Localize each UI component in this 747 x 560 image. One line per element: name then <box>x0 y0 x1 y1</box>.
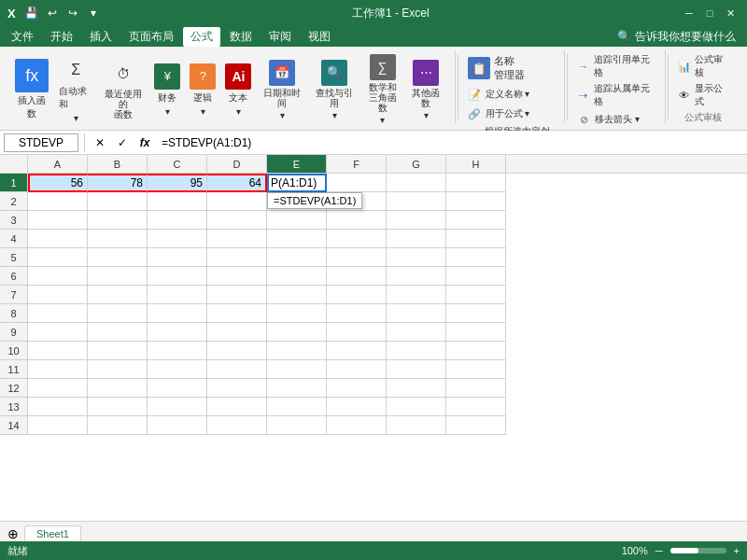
cell-d8[interactable] <box>207 304 267 323</box>
col-header-e[interactable]: E <box>267 155 327 174</box>
cell-e1[interactable]: P(A1:D1) =STDEVP(A1:D1) <box>267 174 327 192</box>
cancel-formula-button[interactable]: ✕ <box>91 133 109 152</box>
cell-c5[interactable] <box>148 248 207 267</box>
cell-b13[interactable] <box>88 398 148 416</box>
sheet-tab-sheet1[interactable]: Sheet1 <box>24 525 81 541</box>
cell-h11[interactable] <box>446 360 506 379</box>
cell-f3[interactable] <box>327 211 387 230</box>
cell-g10[interactable] <box>387 342 446 360</box>
cell-c8[interactable] <box>148 304 207 323</box>
minimize-button[interactable]: ─ <box>680 4 698 22</box>
col-header-h[interactable]: H <box>446 155 506 174</box>
cell-b2[interactable] <box>88 192 148 211</box>
cell-h7[interactable] <box>446 286 506 304</box>
zoom-in-icon[interactable]: + <box>734 545 740 556</box>
math-button[interactable]: ∑ 数学和三角函数 ▾ <box>361 52 403 127</box>
col-header-c[interactable]: C <box>148 155 207 174</box>
menu-search[interactable]: 🔍 告诉我你想要做什么 <box>610 27 743 47</box>
cell-h12[interactable] <box>446 379 506 398</box>
cell-b7[interactable] <box>88 286 148 304</box>
trace-dependents-button[interactable]: ⇢ 追踪从属单元格 <box>573 81 657 109</box>
cell-d6[interactable] <box>207 267 267 286</box>
cell-d7[interactable] <box>207 286 267 304</box>
confirm-formula-button[interactable]: ✓ <box>113 133 132 152</box>
cell-h1[interactable] <box>446 174 506 192</box>
show-formulas-button[interactable]: 👁 显示公式 <box>674 81 732 109</box>
cell-h3[interactable] <box>446 211 506 230</box>
cell-e5[interactable] <box>267 248 327 267</box>
more-functions-button[interactable]: ⋯ 其他函数 ▾ <box>405 58 447 122</box>
col-header-d[interactable]: D <box>207 155 267 174</box>
menu-formulas[interactable]: 公式 <box>183 27 220 47</box>
row-header-5[interactable]: 5 <box>0 248 28 267</box>
cell-b6[interactable] <box>88 267 148 286</box>
cell-f5[interactable] <box>327 248 387 267</box>
close-button[interactable]: ✕ <box>721 4 740 22</box>
insert-function-button[interactable]: fx 插入函数 <box>11 57 53 122</box>
row-header-14[interactable]: 14 <box>0 416 28 435</box>
cell-a6[interactable] <box>28 267 88 286</box>
save-button[interactable]: 💾 <box>23 5 40 21</box>
insert-function-bar-button[interactable]: fx <box>135 133 154 152</box>
row-header-7[interactable]: 7 <box>0 286 28 304</box>
cell-b5[interactable] <box>88 248 148 267</box>
name-manager-button[interactable]: 📋 名称管理器 <box>464 52 529 84</box>
cell-e14[interactable] <box>267 416 327 435</box>
add-sheet-button[interactable]: ⊕ <box>4 526 22 541</box>
cell-b1[interactable]: 78 <box>88 174 148 192</box>
cell-d11[interactable] <box>207 360 267 379</box>
row-header-8[interactable]: 8 <box>0 304 28 323</box>
menu-home[interactable]: 开始 <box>43 27 80 47</box>
name-box[interactable] <box>4 133 78 152</box>
cell-c12[interactable] <box>148 379 207 398</box>
cell-f10[interactable] <box>327 342 387 360</box>
cell-b8[interactable] <box>88 304 148 323</box>
cell-a12[interactable] <box>28 379 88 398</box>
cell-e11[interactable] <box>267 360 327 379</box>
cell-c6[interactable] <box>148 267 207 286</box>
col-header-a[interactable]: A <box>28 155 88 174</box>
use-in-formula-button[interactable]: 🔗 用于公式 ▾ <box>464 105 532 123</box>
cell-f4[interactable] <box>327 230 387 248</box>
row-header-2[interactable]: 2 <box>0 192 28 211</box>
col-header-f[interactable]: F <box>327 155 387 174</box>
cell-a13[interactable] <box>28 398 88 416</box>
cell-e7[interactable] <box>267 286 327 304</box>
redo-button[interactable]: ↪ <box>64 5 81 21</box>
cell-f8[interactable] <box>327 304 387 323</box>
cell-g14[interactable] <box>387 416 446 435</box>
cell-h5[interactable] <box>446 248 506 267</box>
cell-d14[interactable] <box>207 416 267 435</box>
cell-b11[interactable] <box>88 360 148 379</box>
menu-review[interactable]: 审阅 <box>261 27 299 47</box>
undo-button[interactable]: ↩ <box>44 5 61 21</box>
cell-c1[interactable]: 95 <box>148 174 207 192</box>
cell-h10[interactable] <box>446 342 506 360</box>
cell-e3[interactable] <box>267 211 327 230</box>
trace-precedents-button[interactable]: → 追踪引用单元格 <box>573 52 657 80</box>
define-name-button[interactable]: 📝 定义名称 ▾ <box>464 85 532 104</box>
cell-g2[interactable] <box>387 192 446 211</box>
cell-g3[interactable] <box>387 211 446 230</box>
cell-b12[interactable] <box>88 379 148 398</box>
customize-qa-button[interactable]: ▾ <box>85 5 102 21</box>
cell-c10[interactable] <box>148 342 207 360</box>
row-header-13[interactable]: 13 <box>0 398 28 416</box>
cell-e13[interactable] <box>267 398 327 416</box>
menu-insert[interactable]: 插入 <box>82 27 120 47</box>
cell-b4[interactable] <box>88 230 148 248</box>
lookup-button[interactable]: 🔍 查找与引用 ▾ <box>309 58 359 122</box>
formula-input[interactable] <box>158 133 743 152</box>
cell-a1[interactable]: 56 <box>28 174 88 192</box>
cell-h13[interactable] <box>446 398 506 416</box>
cell-g6[interactable] <box>387 267 446 286</box>
cell-c2[interactable] <box>148 192 207 211</box>
cell-d5[interactable] <box>207 248 267 267</box>
col-header-g[interactable]: G <box>387 155 446 174</box>
cell-a8[interactable] <box>28 304 88 323</box>
cell-f7[interactable] <box>327 286 387 304</box>
row-header-10[interactable]: 10 <box>0 342 28 360</box>
cell-a10[interactable] <box>28 342 88 360</box>
cell-d3[interactable] <box>207 211 267 230</box>
cell-a3[interactable] <box>28 211 88 230</box>
